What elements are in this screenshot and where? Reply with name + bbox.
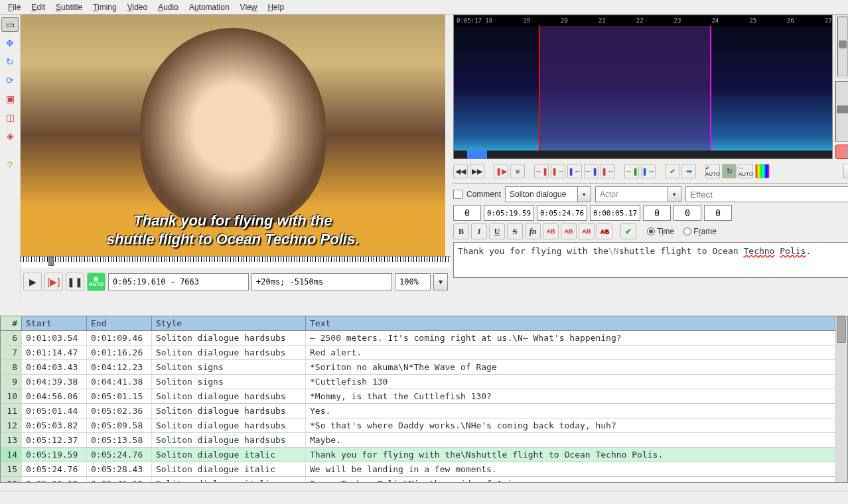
- video-preview[interactable]: Thank you for flying with the shuttle fl…: [21, 15, 445, 256]
- menu-help[interactable]: Help: [262, 1, 289, 13]
- go-button[interactable]: ➡: [681, 164, 696, 178]
- table-row[interactable]: 110:05:01.440:05:02.36Soliton dialogue h…: [1, 404, 835, 418]
- table-row[interactable]: 80:04:03.430:04:12.23Soliton signs*Sorit…: [1, 360, 835, 375]
- end-time-input[interactable]: [537, 205, 587, 221]
- spectrum-mode-button[interactable]: [755, 164, 770, 178]
- primary-color-button[interactable]: AB: [543, 223, 559, 239]
- comment-label: Comment: [466, 190, 501, 199]
- margin-right-input[interactable]: [673, 205, 701, 221]
- autoscroll-button[interactable]: ▤AUTO: [87, 273, 106, 291]
- time-radio-label: Time: [657, 227, 674, 236]
- menu-file[interactable]: File: [3, 1, 26, 13]
- lead-in-button[interactable]: →❚: [624, 164, 639, 178]
- audio-panel: 0:05:17 18192021222324252627 🔗: [453, 15, 848, 159]
- effect-input[interactable]: [685, 186, 848, 202]
- audio-timeline-ruler[interactable]: 0:05:17 18192021222324252627: [454, 15, 832, 26]
- tool-rotate-z[interactable]: ↻: [1, 54, 19, 69]
- prev-line-button[interactable]: ◀◀: [453, 164, 468, 178]
- stop-button[interactable]: ■: [510, 164, 525, 178]
- video-time-input[interactable]: [108, 273, 249, 290]
- table-row[interactable]: 130:05:12.370:05:13.58Soliton dialogue h…: [1, 433, 835, 448]
- link-sliders-button[interactable]: 🔗: [835, 145, 848, 159]
- menu-view[interactable]: View: [235, 1, 263, 13]
- italic-button[interactable]: I: [471, 223, 487, 239]
- visual-tool-toolbar: ▭ ✥ ↻ ⟳ ▣ ◫ ◈ ?: [0, 15, 21, 300]
- table-row[interactable]: 140:05:19.590:05:24.76Soliton dialogue i…: [1, 448, 835, 462]
- margin-left-input[interactable]: [643, 205, 671, 221]
- table-row[interactable]: 150:05:24.760:05:28.43Soliton dialogue i…: [1, 462, 835, 477]
- menu-subtitle[interactable]: Subtitle: [50, 1, 88, 13]
- lead-out-button[interactable]: ❚→: [641, 164, 656, 178]
- volume-slider[interactable]: [835, 81, 848, 142]
- menu-edit[interactable]: Edit: [26, 1, 50, 13]
- audio-scrollbar[interactable]: [454, 151, 832, 158]
- table-row[interactable]: 160:05:36.190:05:41.19Soliton dialogue i…: [1, 477, 835, 482]
- margin-vertical-input[interactable]: [704, 205, 732, 221]
- zoom-dropdown-button[interactable]: ▾: [433, 273, 448, 290]
- commit-text-button[interactable]: ✔: [620, 223, 636, 239]
- auto-scroll-button[interactable]: ↔AUTO: [739, 164, 753, 178]
- start-time-input[interactable]: [484, 205, 534, 221]
- grid-header[interactable]: # Start End Style Text: [1, 316, 835, 331]
- play-after-start-button[interactable]: ❚→: [551, 164, 565, 178]
- next-line-button[interactable]: ▶▶: [470, 164, 484, 178]
- outline-color-button[interactable]: AB: [579, 223, 595, 239]
- auto-next-button[interactable]: ↻: [722, 164, 737, 178]
- shadow-color-button[interactable]: AB: [597, 223, 612, 239]
- subtitle-text-editor[interactable]: Thank you for flying with the\Nshuttle f…: [453, 242, 848, 278]
- seek-handle[interactable]: [48, 257, 54, 266]
- tool-clip[interactable]: ◫: [1, 110, 19, 125]
- audio-sliders: 🔗: [835, 15, 848, 159]
- time-radio[interactable]: [647, 227, 655, 235]
- menu-timing[interactable]: Timing: [88, 1, 122, 13]
- table-row[interactable]: 60:01:03.540:01:09.46Soliton dialogue ha…: [1, 331, 835, 346]
- table-row[interactable]: 70:01:14.470:01:16.26Soliton dialogue ha…: [1, 346, 835, 360]
- play-before-end-button[interactable]: ❚←: [567, 164, 582, 178]
- play-before-start-button[interactable]: →❚: [534, 164, 549, 178]
- help-icon[interactable]: ?: [1, 158, 19, 172]
- play-line-button[interactable]: [▶]: [44, 273, 63, 291]
- menu-audio[interactable]: Audio: [153, 1, 184, 13]
- tool-vector-clip[interactable]: ◈: [1, 129, 19, 143]
- table-row[interactable]: 100:04:56.060:05:01.15Soliton dialogue h…: [1, 389, 835, 404]
- play-button[interactable]: ▶: [23, 273, 42, 291]
- tool-drag[interactable]: ✥: [1, 36, 19, 50]
- audio-spectrum[interactable]: [454, 26, 832, 151]
- video-subtitle-overlay: Thank you for flying with the shuttle fl…: [21, 212, 445, 249]
- play-selection-button[interactable]: ❚▶: [494, 164, 508, 178]
- table-row[interactable]: 90:04:39.380:04:41.38Soliton signs*Cuttl…: [1, 375, 835, 389]
- auto-commit-button[interactable]: ✔AUTO: [705, 164, 720, 178]
- video-offset-input[interactable]: [251, 273, 392, 290]
- font-button[interactable]: fn: [525, 223, 541, 239]
- tool-standard[interactable]: ▭: [1, 17, 19, 32]
- play-to-end-button[interactable]: ❚↔: [601, 164, 615, 178]
- commit-button[interactable]: ✔: [665, 164, 679, 178]
- video-zoom-input[interactable]: [395, 273, 431, 290]
- menubar: File Edit Subtitle Timing Video Audio Au…: [0, 0, 848, 15]
- grid-scrollbar[interactable]: [835, 316, 847, 482]
- secondary-color-button[interactable]: AB: [561, 223, 577, 239]
- subtitle-editor: Comment Soliton dialogue▾ Actor▾ B: [453, 183, 848, 281]
- actor-dropdown[interactable]: Actor▾: [595, 186, 681, 202]
- play-after-end-button[interactable]: ←❚: [584, 164, 599, 178]
- table-row[interactable]: 120:05:03.820:05:09.58Soliton dialogue h…: [1, 418, 835, 433]
- status-bar: [0, 491, 848, 504]
- bold-button[interactable]: B: [453, 223, 469, 239]
- strikeout-button[interactable]: S: [507, 223, 523, 239]
- duration-input[interactable]: [590, 205, 640, 221]
- horizontal-zoom-slider[interactable]: [837, 17, 848, 76]
- video-seek-bar[interactable]: [21, 256, 451, 268]
- comment-checkbox[interactable]: [453, 190, 462, 199]
- frame-radio[interactable]: [683, 227, 691, 235]
- audio-toolbar-menu[interactable]: ▾: [843, 164, 848, 178]
- layer-input[interactable]: [453, 205, 481, 221]
- audio-selection[interactable]: [539, 26, 711, 151]
- tool-rotate-xy[interactable]: ⟳: [1, 73, 19, 88]
- frame-radio-label: Frame: [693, 227, 717, 236]
- menu-video[interactable]: Video: [122, 1, 153, 13]
- style-dropdown[interactable]: Soliton dialogue▾: [505, 186, 591, 202]
- pause-button[interactable]: ❚❚: [66, 273, 84, 291]
- tool-scale[interactable]: ▣: [1, 92, 19, 106]
- underline-button[interactable]: U: [489, 223, 505, 239]
- menu-automation[interactable]: Automation: [184, 1, 235, 13]
